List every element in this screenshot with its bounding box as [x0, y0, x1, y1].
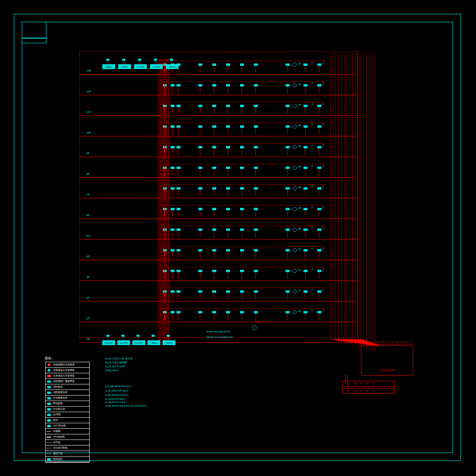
device-icon — [177, 187, 180, 190]
device-icon — [198, 146, 202, 148]
device-icon — [212, 84, 216, 86]
bell-icon — [293, 145, 297, 149]
roof-equipment-block: 正压送风机 — [150, 64, 163, 69]
device-icon — [286, 146, 290, 148]
trunk-line — [355, 54, 355, 346]
device-icon — [171, 167, 175, 169]
trunk-line — [372, 54, 372, 351]
device-icon — [286, 125, 290, 128]
port-label: P9 — [381, 344, 384, 346]
device-icon — [286, 270, 290, 272]
bottom-strip-2-label: 消 防 水 泵 房 — [347, 389, 376, 393]
device-icon — [171, 208, 175, 210]
trunk-line — [352, 54, 353, 345]
device-icon — [212, 125, 216, 128]
device-icon — [317, 208, 321, 210]
device-icon — [303, 249, 307, 251]
device-icon — [177, 146, 180, 148]
floor-line — [79, 239, 357, 240]
device-icon — [212, 270, 216, 272]
legend-row: 信号阀 — [46, 412, 89, 418]
legend-symbol — [46, 385, 52, 389]
legend-text: 模块 — [52, 418, 59, 422]
cable-label-1: SR:BV-4x1.5/SC15-PC — [206, 330, 230, 333]
device-icon — [303, 84, 307, 86]
legend-text: 水流指示器 — [52, 407, 66, 411]
legend-text: 信号阀 — [52, 413, 61, 416]
extra-label-1: 消防水泵 — [254, 321, 262, 323]
device-icon — [240, 63, 244, 66]
device-icon — [198, 249, 202, 251]
trunk-line — [374, 54, 375, 352]
legend-text: 24V电源线 — [52, 435, 66, 439]
device-icon — [317, 105, 321, 107]
legend-text: 排烟阀 — [52, 430, 61, 433]
trunk-line — [341, 54, 342, 342]
device-icon — [240, 311, 244, 313]
floor-line — [79, 322, 357, 322]
device-icon — [317, 63, 321, 66]
floor-label: 7F — [86, 193, 90, 196]
device-icon — [212, 228, 216, 231]
floor-count: 23 — [298, 248, 301, 250]
bell-icon — [293, 104, 297, 108]
cable-label-2: SR:BV-4x1.5/3xSR15-PC — [206, 336, 233, 338]
device-icon — [226, 228, 230, 231]
device-icon — [226, 249, 230, 251]
floor-count: 13 — [298, 62, 301, 65]
legend-symbol — [46, 407, 52, 411]
device-icon — [240, 125, 244, 128]
port-label: P11 — [386, 344, 390, 346]
device-icon — [177, 311, 180, 313]
device-icon — [254, 63, 258, 66]
roof-equipment-block: 排风风机 — [102, 64, 115, 69]
trunk-line — [336, 54, 336, 341]
floor-label: 10F — [86, 131, 91, 134]
device-icon — [254, 311, 258, 313]
legend-row: 水流指示器 — [46, 407, 89, 412]
pump-icon — [252, 325, 257, 330]
ground-equipment-block: 排烟风机 — [163, 340, 175, 345]
floor-line — [79, 301, 357, 301]
floor-line — [79, 136, 357, 136]
floor-label: 11F — [86, 111, 91, 113]
bell-icon — [293, 186, 297, 190]
device-icon — [226, 167, 230, 169]
legend-row: 光电感烟火灾探测器 — [46, 362, 89, 368]
floor-line — [79, 177, 357, 178]
trunk-line — [358, 54, 358, 347]
floor-count: 33 — [298, 310, 301, 312]
device-icon — [171, 290, 175, 293]
device-icon — [317, 146, 321, 148]
trunk-line — [333, 54, 333, 340]
legend-row: 70℃防火阀 — [46, 423, 89, 429]
device-icon — [198, 228, 202, 231]
device-icon — [317, 228, 321, 231]
device-icon — [240, 187, 244, 190]
bell-icon — [293, 125, 297, 129]
controller-box: KG2118/B — [361, 345, 413, 376]
port-label: F1 — [410, 344, 412, 346]
roof-equipment-block: 排风风机 — [118, 64, 131, 69]
floor-line — [79, 260, 357, 260]
device-icon — [240, 290, 244, 293]
floor-label: 6F — [86, 214, 90, 217]
roof-equipment-block: 电梯控制 — [166, 64, 178, 69]
legend-row: 火电感温火灾探测器 — [46, 368, 89, 373]
legend-symbol — [46, 396, 52, 400]
legend-row: 24V电源线 — [46, 434, 89, 440]
device-icon — [177, 167, 180, 169]
floor-count: 26 — [298, 124, 301, 127]
bell-icon — [293, 83, 297, 87]
device-icon — [254, 270, 258, 272]
device-icon — [171, 311, 175, 313]
trunk-line — [347, 54, 347, 344]
bottom-strip-2: 消 防 水 泵 房 — [342, 388, 395, 394]
device-icon — [177, 84, 180, 86]
device-icon — [317, 290, 321, 293]
legend-text: 手动报警按钮 — [52, 396, 69, 400]
device-icon — [177, 105, 180, 107]
legend-symbol — [46, 440, 52, 445]
device-icon — [286, 187, 290, 190]
device-icon — [286, 167, 290, 169]
